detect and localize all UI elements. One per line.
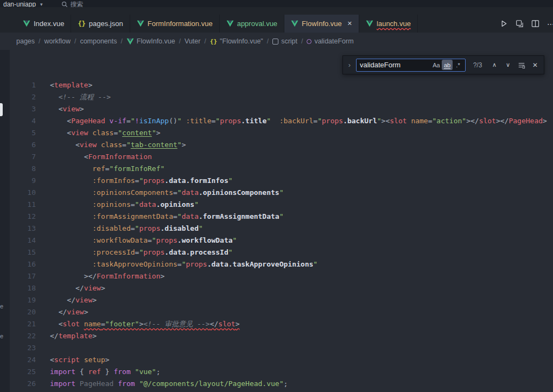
code-line[interactable]: 15 :processId="props.data.processId" xyxy=(0,246,553,258)
whole-word-icon[interactable]: ab xyxy=(442,60,453,70)
regex-icon[interactable]: .* xyxy=(453,60,463,70)
code-line[interactable]: 25import { ref } from "vue"; xyxy=(0,366,553,378)
vue-icon xyxy=(366,20,373,27)
code-line[interactable]: 6 <view class="tab-content"> xyxy=(0,139,553,151)
code-line[interactable]: 16 :taskApproveOpinions="props.data.task… xyxy=(0,258,553,270)
tab-forminformation-vue[interactable]: FormInformation.vue xyxy=(130,15,220,33)
code-token: </ xyxy=(471,117,479,125)
breadcrumb-item-flowinfo-vue[interactable]: {}"FlowInfo.vue" xyxy=(210,37,263,45)
breadcrumb-item-workflow[interactable]: workflow xyxy=(44,37,71,45)
breadcrumb-item-components[interactable]: components xyxy=(80,37,117,45)
global-search[interactable]: 搜索 xyxy=(61,0,84,7)
code-token xyxy=(271,117,279,125)
preview-icon[interactable] xyxy=(516,20,524,28)
code-line[interactable]: 20 </view> xyxy=(0,306,553,318)
split-editor-icon[interactable] xyxy=(531,20,539,28)
code-token: " xyxy=(377,117,382,125)
editor[interactable]: e e › Aa ab .* ?/3 ∧ ∨ ✕ 1<template>2 <!… xyxy=(0,50,553,392)
find-in-selection-icon[interactable] xyxy=(517,60,526,71)
match-case-icon[interactable]: Aa xyxy=(431,60,442,70)
code-line[interactable]: 10 :opinionsComponents="data.opinionsCom… xyxy=(0,187,553,199)
code-token: > xyxy=(92,296,97,304)
tab-launch-vue[interactable]: launch.vue xyxy=(359,15,418,33)
toggle-replace-icon[interactable]: › xyxy=(347,61,352,69)
search-icon xyxy=(61,1,68,7)
code-text: :taskApproveOpinions="props.data.taskApp… xyxy=(36,258,317,270)
code-line[interactable]: 19 </view> xyxy=(0,294,553,306)
code-token xyxy=(80,356,84,364)
titlebar: dan-uniapp ▾ 搜索 xyxy=(0,0,553,7)
code-line[interactable]: 9 :formInfos="props.data.formInfos" xyxy=(0,175,553,187)
code-token: = xyxy=(173,212,177,220)
code-line[interactable]: 11 :opinions="data.opinions" xyxy=(0,199,553,211)
code-line[interactable]: 8 ref="formInfoRef" xyxy=(0,163,553,175)
breadcrumb-item-script[interactable]: script xyxy=(272,37,297,45)
code-token: < xyxy=(67,117,71,125)
code-token: " xyxy=(215,117,220,125)
line-number: 26 xyxy=(0,378,36,390)
code-line[interactable]: 4 <PageHead v-if="!isInApp()" :title="pr… xyxy=(0,115,553,127)
close-icon[interactable]: ✕ xyxy=(530,60,540,71)
code-token xyxy=(97,141,101,149)
line-number: 10 xyxy=(0,187,36,199)
code-token: data xyxy=(182,212,199,220)
code-line[interactable]: 1<template> xyxy=(0,79,553,91)
code-token: > xyxy=(80,105,84,113)
code-line[interactable]: 12 :formAssignmentData="data.formAssignm… xyxy=(0,211,553,223)
find-previous-icon[interactable]: ∧ xyxy=(490,60,499,71)
breadcrumb-item-pages[interactable]: pages xyxy=(16,37,35,45)
chevron-down-icon[interactable]: ▾ xyxy=(40,2,43,7)
run-icon[interactable] xyxy=(500,20,508,28)
module-icon xyxy=(272,39,278,45)
tab-close-icon[interactable]: ✕ xyxy=(347,20,352,27)
code-line[interactable]: 14 :workflowData="props.workflowData" xyxy=(0,235,553,246)
code-line[interactable]: 18 </view> xyxy=(0,282,553,294)
code-line[interactable]: 22</template> xyxy=(0,330,553,342)
tab-pages-json[interactable]: {}pages.json xyxy=(71,15,130,33)
tab-index-vue[interactable]: Index.vue xyxy=(16,15,71,33)
tab-approval-vue[interactable]: approval.vue xyxy=(220,15,284,33)
code-line[interactable]: 23 xyxy=(0,342,553,354)
code-token: name xyxy=(411,117,428,125)
code-token: :formInfos xyxy=(92,176,135,185)
code-line[interactable]: 21 <slot name="footer"><!-- 审批意见 --></sl… xyxy=(0,318,553,330)
code-line[interactable]: 26import PageHead from "@/components/lay… xyxy=(0,378,553,390)
code-line[interactable]: 5 <view class="content"> xyxy=(0,127,553,139)
code-token: < xyxy=(50,81,54,89)
tab-flowinfo-vue[interactable]: FlowInfo.vue✕ xyxy=(284,15,359,33)
code-token: slot xyxy=(390,117,406,125)
code-token: " xyxy=(152,236,156,244)
line-number: 22 xyxy=(0,330,36,342)
code-line[interactable]: 3 <view> xyxy=(0,103,553,115)
breadcrumb-item-flowinfo-vue[interactable]: FlowInfo.vue xyxy=(126,37,175,45)
code-token: content xyxy=(122,129,152,137)
breadcrumb-item-validateform[interactable]: validateForm xyxy=(307,37,353,45)
code-token: <!-- 流程 --> xyxy=(59,93,111,101)
line-number: 15 xyxy=(0,246,36,258)
code-line[interactable]: 17 ></FormInformation> xyxy=(0,270,553,282)
code-text: </view> xyxy=(36,282,105,294)
breadcrumb-separator: / xyxy=(120,37,122,45)
code-token: = xyxy=(313,117,317,125)
code-text: :opinionsComponents="data.opinionsCompon… xyxy=(36,187,284,199)
code-line[interactable]: 2 <!-- 流程 --> xyxy=(0,91,553,103)
code-token: :backUrl xyxy=(279,117,314,125)
code-line[interactable]: 7 <FormInformation xyxy=(0,151,553,163)
breadcrumb-separator: / xyxy=(301,37,303,45)
code-text: :formInfos="props.data.formInfos" xyxy=(36,175,233,187)
code-line[interactable]: 24<script setup> xyxy=(0,354,553,366)
code-text: :workflowData="props.workflowData" xyxy=(36,235,237,246)
more-actions-icon[interactable]: ⋯ xyxy=(547,20,553,28)
code-token: = xyxy=(131,200,135,208)
code-token: > xyxy=(236,320,240,328)
code-token: ref xyxy=(92,165,105,173)
code-token: > xyxy=(466,117,471,125)
code-line[interactable]: 13 :disabled="props.disabled" xyxy=(0,223,553,235)
find-next-icon[interactable]: ∨ xyxy=(503,60,513,71)
line-number: 25 xyxy=(0,366,36,378)
code-token: " xyxy=(266,117,271,125)
breadcrumb-item-vuter[interactable]: Vuter xyxy=(185,37,200,45)
code-token: class xyxy=(101,141,122,149)
find-input[interactable] xyxy=(358,61,431,69)
code-token: " xyxy=(199,224,203,232)
